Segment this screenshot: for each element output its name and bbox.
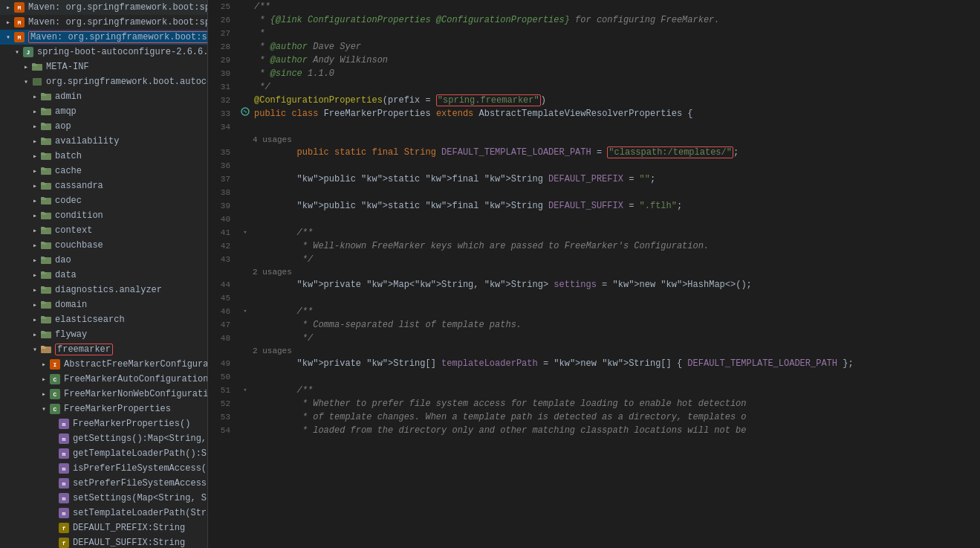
tree-item-flyway[interactable]: flyway <box>0 327 207 342</box>
line-number: 41 <box>208 226 239 239</box>
code-line: 45 <box>208 291 980 305</box>
file-tree[interactable]: MMaven: org.springframework.boot:spring-… <box>0 0 208 548</box>
code-line: 40 <box>208 213 980 226</box>
tree-item-batch[interactable]: batch <box>0 149 207 164</box>
tree-item-fm-settemplate[interactable]: msetTemplateLoaderPath(String...):void <box>0 506 207 520</box>
tree-arrow <box>21 77 31 86</box>
tree-item-diagnostics[interactable]: diagnostics.analyzer <box>0 283 207 297</box>
tree-icon-method: m <box>58 462 70 474</box>
tree-item-domain[interactable]: domain <box>0 297 207 312</box>
tree-item-jar1[interactable]: Jspring-boot-autoconfigure-2.6.6.jarlibr… <box>0 45 207 59</box>
tree-item-org-pkg[interactable]: org.springframework.boot.autoconfigure <box>0 74 207 89</box>
code-line: 38 <box>208 186 980 199</box>
tree-label: batch <box>55 151 82 161</box>
tree-item-dao[interactable]: dao <box>0 253 207 268</box>
tree-icon-folder <box>40 91 52 103</box>
line-number: 51 <box>208 384 239 397</box>
svg-rect-40 <box>41 257 45 258</box>
svg-rect-16 <box>41 138 45 139</box>
svg-rect-2 <box>32 63 36 65</box>
tree-item-codec[interactable]: codec <box>0 193 207 208</box>
code-line: 49 "kw">private "kw">String[] templateLo… <box>208 357 980 370</box>
tree-item-fm-prefix[interactable]: fDEFAULT_PREFIX:String <box>0 520 207 535</box>
svg-rect-55 <box>41 331 45 332</box>
tree-item-meta-inf[interactable]: META-INF <box>0 59 207 74</box>
tree-item-cassandra[interactable]: cassandra <box>0 178 207 193</box>
line-number: 52 <box>208 397 239 410</box>
line-number: 37 <box>208 173 239 186</box>
tree-label: context <box>55 225 92 236</box>
tree-label: amqp <box>55 106 77 117</box>
tree-arrow <box>39 360 49 369</box>
tree-item-fm-getsettings[interactable]: mgetSettings():Map<String, String> <box>0 431 207 446</box>
tree-label: condition <box>55 210 103 221</box>
line-number: 29 <box>208 54 239 67</box>
code-line: 39 "kw">public "kw">static "kw">final "k… <box>208 199 980 213</box>
code-text: * {@link ConfigurationProperties @Config… <box>251 13 980 27</box>
code-line: 54 * loaded from the directory only and … <box>208 424 980 437</box>
line-number: 28 <box>208 40 239 54</box>
tree-item-cache[interactable]: cache <box>0 164 207 178</box>
tree-item-fm-setprefer[interactable]: msetPreferFileSystemAccess(boolean):void <box>0 476 207 491</box>
line-number: 35 <box>208 146 239 159</box>
tree-item-couchbase[interactable]: couchbase <box>0 238 207 253</box>
tree-arrow <box>12 48 22 57</box>
tree-item-context[interactable]: context <box>0 223 207 238</box>
tree-icon-folder <box>40 165 52 177</box>
tree-item-data[interactable]: data <box>0 268 207 283</box>
svg-rect-37 <box>41 242 45 243</box>
tree-arrow <box>3 33 13 42</box>
tree-arrow <box>30 107 40 116</box>
svg-rect-19 <box>41 152 45 154</box>
tree-label: freemarker <box>55 344 113 355</box>
tree-label: FreeMarkerNonWebConfiguration <box>64 389 208 399</box>
gutter-icon: ▾ <box>239 384 251 397</box>
tree-icon-class-c: C <box>49 403 61 415</box>
tree-item-elasticsearch[interactable]: elasticsearch <box>0 312 207 327</box>
tree-item-abstract-fm[interactable]: IAbstractFreeMarkerConfiguration <box>0 357 207 372</box>
svg-rect-10 <box>41 108 45 109</box>
tree-item-freemarker[interactable]: freemarker <box>0 342 207 357</box>
tree-item-maven1[interactable]: MMaven: org.springframework.boot:spring-… <box>0 0 207 15</box>
code-text: "kw">public "kw">static "kw">final "kw">… <box>251 173 980 186</box>
tree-item-fm-gettemplate[interactable]: mgetTemplateLoaderPath():String[] <box>0 446 207 461</box>
tree-item-maven3[interactable]: MMaven: org.springframework.boot:spring-… <box>0 30 207 45</box>
tree-item-admin[interactable]: admin <box>0 89 207 104</box>
tree-item-condition[interactable]: condition <box>0 208 207 223</box>
code-line: 43 */ <box>208 253 980 266</box>
tree-label: FreeMarkerProperties <box>64 404 171 414</box>
line-number: 45 <box>208 291 239 305</box>
line-number: 40 <box>208 213 239 226</box>
tree-item-fm-props[interactable]: CFreeMarkerProperties <box>0 402 207 416</box>
tree-item-availability[interactable]: availability <box>0 134 207 149</box>
tree-item-amqp[interactable]: amqp <box>0 104 207 119</box>
code-line: 48 */ <box>208 332 980 345</box>
code-text: * @author Dave Syer <box>251 40 980 54</box>
tree-item-aop[interactable]: aop <box>0 119 207 134</box>
tree-arrow <box>30 122 40 131</box>
tree-arrow <box>30 211 40 220</box>
tree-icon-folder <box>40 329 52 341</box>
svg-rect-58 <box>41 346 45 347</box>
tree-item-fm-ctor[interactable]: mFreeMarkerProperties() <box>0 416 207 431</box>
tree-item-fm-isprefer[interactable]: misPreferFileSystemAccess():boolean <box>0 461 207 476</box>
tree-icon-field: f <box>58 522 70 534</box>
tree-item-fm-setsettings[interactable]: msetSettings(Map<String, String>):void <box>0 491 207 506</box>
tree-item-fm-nonweb[interactable]: CFreeMarkerNonWebConfiguration <box>0 387 207 402</box>
tree-item-fm-suffix[interactable]: fDEFAULT_SUFFIX:String <box>0 535 207 548</box>
svg-rect-49 <box>41 301 45 303</box>
code-line: 37 "kw">public "kw">static "kw">final "k… <box>208 173 980 186</box>
tree-label: getSettings():Map<String, String> <box>73 433 208 444</box>
code-content: 25/**26 * {@link ConfigurationProperties… <box>208 0 980 548</box>
tree-label: elasticsearch <box>55 315 125 325</box>
tree-item-maven2[interactable]: MMaven: org.springframework.boot:spring-… <box>0 15 207 30</box>
line-number: 53 <box>208 410 239 424</box>
tree-arrow <box>30 256 40 265</box>
line-number: 47 <box>208 318 239 332</box>
tree-item-fm-auto[interactable]: CFreeMarkerAutoConfiguration <box>0 372 207 387</box>
tree-arrow <box>39 390 49 399</box>
svg-rect-13 <box>41 123 45 124</box>
code-text: /** <box>251 0 980 13</box>
code-line: 30 * @since 1.1.0 <box>208 67 980 80</box>
code-line: 53 * of template changes. When a templat… <box>208 410 980 424</box>
